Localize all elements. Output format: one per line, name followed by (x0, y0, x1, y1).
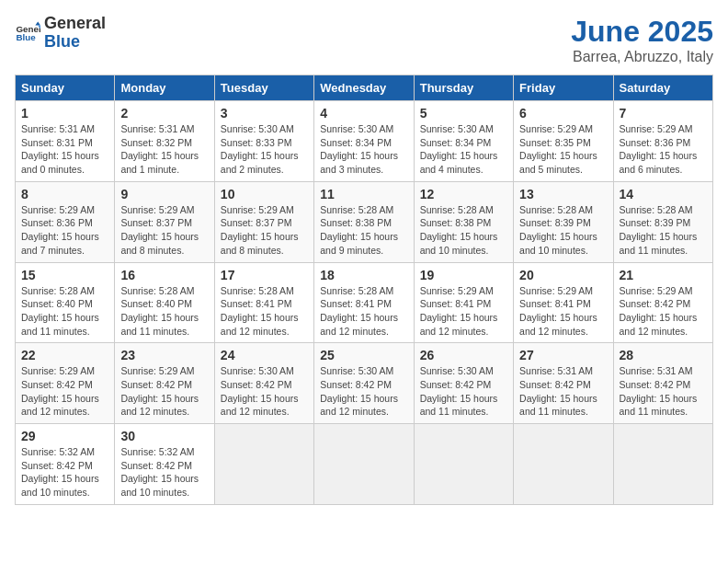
day-number: 21 (620, 268, 707, 282)
day-number: 13 (519, 187, 607, 201)
calendar-cell: 7 Sunrise: 5:29 AM Sunset: 8:36 PM Dayli… (613, 101, 712, 182)
header-saturday: Saturday (613, 75, 712, 101)
day-info: Sunrise: 5:28 AM Sunset: 8:38 PM Dayligh… (320, 203, 407, 258)
daylight-label: Daylight: 15 hours and 12 minutes. (620, 312, 698, 337)
sunset-label: Sunset: 8:37 PM (221, 217, 292, 228)
sunset-label: Sunset: 8:41 PM (519, 298, 591, 309)
day-number: 16 (120, 268, 208, 282)
daylight-label: Daylight: 15 hours and 11 minutes. (120, 312, 199, 337)
daylight-label: Daylight: 15 hours and 12 minutes. (320, 312, 398, 337)
day-info: Sunrise: 5:29 AM Sunset: 8:36 PM Dayligh… (21, 203, 108, 258)
sunset-label: Sunset: 8:42 PM (21, 460, 93, 471)
day-number: 15 (21, 268, 108, 282)
calendar-cell: 25 Sunrise: 5:30 AM Sunset: 8:42 PM Dayl… (314, 343, 414, 424)
calendar-week-row: 29 Sunrise: 5:32 AM Sunset: 8:42 PM Dayl… (16, 424, 713, 505)
calendar-cell (613, 424, 712, 505)
calendar-cell: 17 Sunrise: 5:28 AM Sunset: 8:41 PM Dayl… (214, 262, 313, 343)
calendar-cell (414, 424, 513, 505)
daylight-label: Daylight: 15 hours and 12 minutes. (221, 393, 299, 418)
calendar-cell: 5 Sunrise: 5:30 AM Sunset: 8:34 PM Dayli… (414, 101, 513, 182)
sunset-label: Sunset: 8:39 PM (519, 217, 591, 228)
sunset-label: Sunset: 8:32 PM (120, 137, 192, 148)
day-info: Sunrise: 5:28 AM Sunset: 8:39 PM Dayligh… (519, 203, 607, 258)
calendar-cell: 27 Sunrise: 5:31 AM Sunset: 8:42 PM Dayl… (514, 343, 613, 424)
day-info: Sunrise: 5:29 AM Sunset: 8:42 PM Dayligh… (21, 364, 108, 419)
day-info: Sunrise: 5:30 AM Sunset: 8:34 PM Dayligh… (420, 122, 507, 177)
sunset-label: Sunset: 8:33 PM (221, 137, 292, 148)
day-number: 8 (21, 187, 108, 201)
calendar-cell: 11 Sunrise: 5:28 AM Sunset: 8:38 PM Dayl… (314, 181, 414, 262)
sunset-label: Sunset: 8:34 PM (420, 137, 492, 148)
day-number: 14 (620, 187, 707, 201)
calendar-cell: 6 Sunrise: 5:29 AM Sunset: 8:35 PM Dayli… (514, 101, 613, 182)
sunrise-label: Sunrise: 5:30 AM (320, 365, 393, 376)
sunrise-label: Sunrise: 5:28 AM (221, 285, 294, 296)
daylight-label: Daylight: 15 hours and 11 minutes. (519, 393, 597, 418)
day-number: 22 (21, 348, 108, 362)
day-info: Sunrise: 5:29 AM Sunset: 8:36 PM Dayligh… (620, 122, 707, 177)
day-number: 1 (21, 106, 108, 121)
daylight-label: Daylight: 15 hours and 11 minutes. (21, 312, 99, 337)
day-number: 29 (21, 429, 108, 443)
calendar-header-row: Sunday Monday Tuesday Wednesday Thursday… (16, 75, 713, 101)
sunrise-label: Sunrise: 5:30 AM (420, 123, 494, 134)
sunrise-label: Sunrise: 5:29 AM (519, 123, 593, 134)
sunrise-label: Sunrise: 5:29 AM (21, 365, 95, 376)
sunset-label: Sunset: 8:42 PM (620, 298, 691, 309)
sunrise-label: Sunrise: 5:32 AM (120, 446, 194, 457)
sunset-label: Sunset: 8:42 PM (21, 379, 93, 390)
day-number: 24 (221, 348, 308, 362)
daylight-label: Daylight: 15 hours and 8 minutes. (120, 231, 199, 256)
sunrise-label: Sunrise: 5:28 AM (620, 204, 693, 215)
logo-general: General (44, 15, 106, 33)
title-area: June 2025 Barrea, Abruzzo, Italy (571, 15, 713, 65)
daylight-label: Daylight: 15 hours and 3 minutes. (320, 150, 398, 175)
daylight-label: Daylight: 15 hours and 9 minutes. (320, 231, 398, 256)
daylight-label: Daylight: 15 hours and 10 minutes. (120, 473, 199, 498)
day-number: 3 (221, 106, 308, 121)
sunrise-label: Sunrise: 5:28 AM (320, 204, 393, 215)
day-info: Sunrise: 5:28 AM Sunset: 8:41 PM Dayligh… (320, 284, 407, 339)
calendar-table: Sunday Monday Tuesday Wednesday Thursday… (15, 75, 713, 505)
sunset-label: Sunset: 8:42 PM (221, 379, 292, 390)
sunrise-label: Sunrise: 5:29 AM (21, 204, 95, 215)
calendar-cell: 2 Sunrise: 5:31 AM Sunset: 8:32 PM Dayli… (115, 101, 214, 182)
daylight-label: Daylight: 15 hours and 10 minutes. (21, 473, 99, 498)
logo-icon: General Blue (15, 20, 40, 46)
day-info: Sunrise: 5:29 AM Sunset: 8:42 PM Dayligh… (120, 364, 208, 419)
day-number: 17 (221, 268, 308, 282)
sunrise-label: Sunrise: 5:28 AM (320, 285, 393, 296)
day-info: Sunrise: 5:29 AM Sunset: 8:37 PM Dayligh… (221, 203, 308, 258)
calendar-cell: 18 Sunrise: 5:28 AM Sunset: 8:41 PM Dayl… (314, 262, 414, 343)
daylight-label: Daylight: 15 hours and 7 minutes. (21, 231, 99, 256)
sunset-label: Sunset: 8:42 PM (519, 379, 591, 390)
day-number: 6 (519, 106, 607, 121)
daylight-label: Daylight: 15 hours and 10 minutes. (519, 231, 597, 256)
calendar-cell: 23 Sunrise: 5:29 AM Sunset: 8:42 PM Dayl… (115, 343, 214, 424)
daylight-label: Daylight: 15 hours and 11 minutes. (420, 393, 498, 418)
day-number: 7 (620, 106, 707, 121)
sunset-label: Sunset: 8:41 PM (221, 298, 292, 309)
header-monday: Monday (115, 75, 214, 101)
day-number: 19 (420, 268, 507, 282)
calendar-week-row: 22 Sunrise: 5:29 AM Sunset: 8:42 PM Dayl… (16, 343, 713, 424)
day-info: Sunrise: 5:30 AM Sunset: 8:42 PM Dayligh… (320, 364, 407, 419)
header-sunday: Sunday (16, 75, 115, 101)
daylight-label: Daylight: 15 hours and 10 minutes. (420, 231, 498, 256)
day-number: 25 (320, 348, 407, 362)
sunrise-label: Sunrise: 5:31 AM (120, 123, 194, 134)
sunset-label: Sunset: 8:41 PM (420, 298, 492, 309)
daylight-label: Daylight: 15 hours and 0 minutes. (21, 150, 99, 175)
daylight-label: Daylight: 15 hours and 12 minutes. (519, 312, 597, 337)
calendar-cell: 3 Sunrise: 5:30 AM Sunset: 8:33 PM Dayli… (214, 101, 313, 182)
daylight-label: Daylight: 15 hours and 12 minutes. (320, 393, 398, 418)
header-tuesday: Tuesday (214, 75, 313, 101)
sunrise-label: Sunrise: 5:29 AM (221, 204, 294, 215)
calendar-cell: 14 Sunrise: 5:28 AM Sunset: 8:39 PM Dayl… (613, 181, 712, 262)
day-info: Sunrise: 5:29 AM Sunset: 8:35 PM Dayligh… (519, 122, 607, 177)
calendar-cell: 29 Sunrise: 5:32 AM Sunset: 8:42 PM Dayl… (16, 424, 115, 505)
sunset-label: Sunset: 8:42 PM (320, 379, 392, 390)
day-number: 12 (420, 187, 507, 201)
sunrise-label: Sunrise: 5:28 AM (21, 285, 95, 296)
day-number: 2 (120, 106, 208, 121)
